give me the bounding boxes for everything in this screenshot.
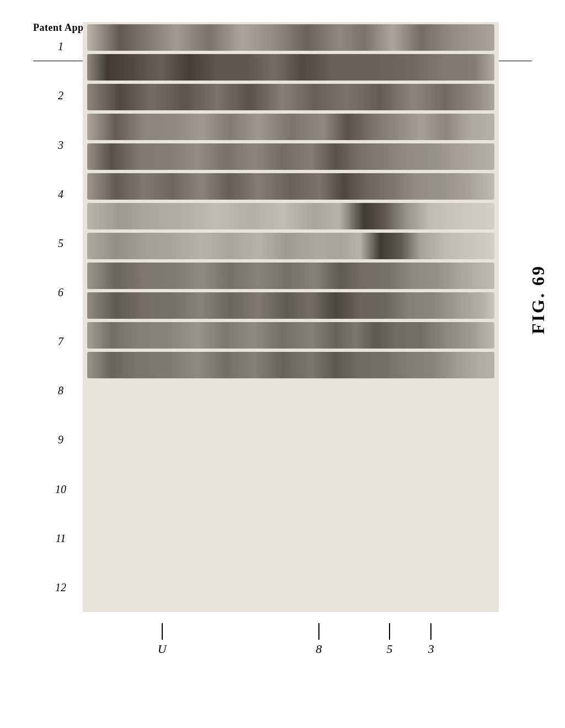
row-label-2: 2 (58, 89, 63, 102)
row-labels-container: 12 11 10 9 8 7 6 5 4 3 2 1 (44, 22, 77, 612)
row-label-1: 1 (58, 40, 63, 53)
gel-row-6 (87, 203, 494, 229)
marker-5-label: 5 (386, 642, 392, 656)
marker-8: 8 (316, 623, 322, 656)
gel-row-12 (87, 24, 494, 51)
row-label-5: 5 (58, 237, 63, 250)
row-label-9: 9 (58, 433, 63, 446)
marker-U-line (162, 623, 163, 640)
gel-row-2 (87, 322, 494, 349)
marker-3-label: 3 (428, 642, 434, 656)
gel-image (83, 22, 499, 612)
row-label-6: 6 (58, 286, 63, 299)
row-label-11: 11 (56, 532, 66, 545)
gel-electrophoresis-area: 12 11 10 9 8 7 6 5 4 3 2 1 (44, 22, 499, 656)
gel-row-10 (87, 84, 494, 110)
row-label-3: 3 (58, 139, 63, 152)
gel-row-8 (87, 143, 494, 170)
column-markers: U 8 5 3 (83, 615, 499, 656)
marker-U: U (158, 623, 167, 656)
row-label-7: 7 (58, 335, 63, 348)
row-label-12: 12 (55, 581, 66, 594)
marker-8-line (318, 623, 319, 640)
gel-row-4 (87, 263, 494, 289)
gel-row-5 (87, 233, 494, 259)
gel-row-11 (87, 54, 494, 81)
marker-8-label: 8 (316, 642, 322, 656)
marker-3: 3 (428, 623, 434, 656)
figure-label: FIG. 69 (528, 265, 548, 334)
gel-row-1 (87, 352, 494, 378)
gel-row-9 (87, 114, 494, 140)
gel-row-3 (87, 292, 494, 319)
row-label-8: 8 (58, 384, 63, 397)
row-label-4: 4 (58, 188, 63, 201)
marker-3-line (430, 623, 431, 640)
marker-5-line (389, 623, 390, 640)
row-label-10: 10 (55, 483, 66, 496)
marker-5: 5 (386, 623, 392, 656)
marker-U-label: U (158, 642, 167, 656)
gel-row-7 (87, 173, 494, 200)
